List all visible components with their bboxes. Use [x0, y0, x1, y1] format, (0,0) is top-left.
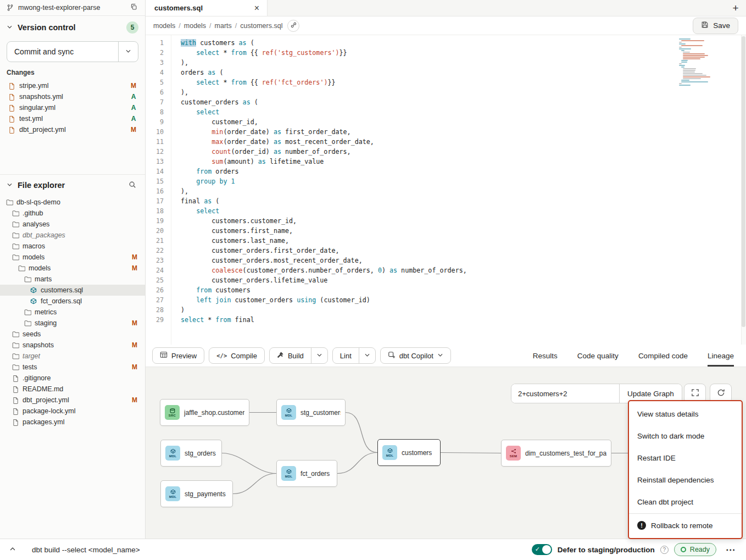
tree-item-readme-md[interactable]: README.md [0, 384, 145, 395]
breadcrumb-item-customers-sql[interactable]: customers.sql [240, 22, 282, 30]
git-status-badge: M [131, 319, 138, 327]
tree-item-seeds[interactable]: seeds [0, 329, 145, 340]
folder-icon [24, 276, 31, 282]
file-explorer-title: File explorer [18, 181, 121, 190]
editor-minimap[interactable] [679, 38, 710, 86]
version-control-title: Version control [18, 23, 121, 32]
expand-command-panel-button[interactable] [7, 544, 19, 556]
commit-options-button[interactable] [118, 42, 138, 62]
lint-button[interactable]: Lint [333, 348, 359, 363]
changed-file-snapshots-yml[interactable]: snapshots.yml A [7, 91, 138, 102]
line-number: 23 [146, 256, 164, 265]
line-number: 4 [146, 68, 164, 77]
defer-toggle[interactable]: ✓ [532, 544, 552, 555]
code-editor[interactable]: 1234567891011121314151617181920212223242… [146, 35, 746, 345]
help-icon[interactable]: ? [660, 546, 669, 554]
menu-item-reinstall-dependencies[interactable]: Reinstall dependencies [629, 469, 742, 491]
tab-results[interactable]: Results [533, 345, 558, 367]
file-icon [8, 104, 15, 112]
tab-customers-sql[interactable]: customers.sql × [146, 0, 268, 16]
lineage-node-jaffle-shop-customers[interactable]: SRC jaffle_shop.customers [160, 399, 249, 426]
lineage-node-dim-customers-test-for-parse[interactable]: SEM dim_customers_test_for_parse [501, 440, 611, 467]
minimap-line [679, 65, 685, 66]
tree-item-fct-orders-sql[interactable]: fct_orders.sql [0, 296, 145, 307]
line-number: 12 [146, 147, 164, 157]
changed-file-dbt-project-yml[interactable]: dbt_project.yml M [7, 124, 138, 135]
build-options-button[interactable] [311, 348, 327, 363]
menu-item-rollback-to-remote[interactable]: ! Rollback to remote [629, 514, 742, 536]
tab-code-quality[interactable]: Code quality [577, 345, 619, 367]
editor-scrollbar[interactable] [741, 35, 746, 345]
changed-file-singular-yml[interactable]: singular.yml A [7, 102, 138, 113]
copy-branch-button[interactable] [127, 2, 140, 14]
save-button[interactable]: Save [693, 18, 738, 34]
breadcrumb-item-marts[interactable]: marts [215, 22, 232, 30]
close-icon[interactable]: × [254, 4, 259, 13]
minimap-line [683, 52, 690, 53]
version-control-header[interactable]: Version control 5 [7, 17, 138, 38]
tree-item-dbt-packages[interactable]: dbt_packages [0, 230, 145, 241]
preview-button[interactable]: Preview [152, 347, 204, 364]
build-button[interactable]: Build [270, 348, 311, 363]
tree-item-package-lock-yml[interactable]: package-lock.yml [0, 406, 145, 417]
breadcrumb-item-models[interactable]: models [153, 22, 175, 30]
more-options-button[interactable]: ⋯ [722, 543, 739, 556]
file-explorer-header[interactable]: File explorer [0, 175, 145, 196]
scrollbar-thumb[interactable] [742, 36, 745, 327]
file-icon [12, 419, 19, 426]
commit-and-sync-label[interactable]: Commit and sync [7, 42, 118, 62]
tree-item-snapshots[interactable]: snapshots M [0, 340, 145, 351]
tree-item-customers-sql[interactable]: customers.sql [0, 285, 145, 296]
changed-file-test-yml[interactable]: test.yml A [7, 113, 138, 124]
breadcrumb-item-models[interactable]: models [184, 22, 206, 30]
menu-item-restart-ide[interactable]: Restart IDE [629, 447, 742, 469]
lineage-node-stg-payments[interactable]: MDL stg_payments [160, 480, 233, 507]
new-tab-button[interactable]: + [725, 0, 746, 16]
tree-item-github[interactable]: .github [0, 208, 145, 219]
code-line: group by 1 [181, 176, 746, 186]
tree-item-macros[interactable]: macros [0, 241, 145, 252]
tab-compiled-code[interactable]: Compiled code [638, 345, 688, 367]
tree-item-marts[interactable]: marts [0, 274, 145, 285]
save-label: Save [713, 21, 730, 30]
tree-item-tests[interactable]: tests M [0, 362, 145, 373]
changed-file-stripe-yml[interactable]: stripe.yml M [7, 80, 138, 91]
menu-item-switch-to-dark-mode[interactable]: Switch to dark mode [629, 425, 742, 447]
minimap-line [681, 45, 703, 46]
status-ready-badge[interactable]: Ready [674, 543, 716, 556]
lineage-node-stg-customers[interactable]: MDL stg_customers [276, 399, 346, 426]
file-icon [12, 386, 19, 393]
tree-item-analyses[interactable]: analyses [0, 219, 145, 230]
tree-item-db-sl-qs-demo[interactable]: db-sl-qs-demo [0, 197, 145, 208]
tree-item-models[interactable]: models M [0, 252, 145, 263]
tree-item-models[interactable]: models M [0, 263, 145, 274]
line-number: 26 [146, 285, 164, 295]
menu-item-clean-dbt-project[interactable]: Clean dbt project [629, 491, 742, 513]
minimap-line [683, 68, 696, 69]
compile-button[interactable]: </> Compile [209, 347, 265, 364]
code-area[interactable]: with customers as ( select * from {{ ref… [171, 35, 746, 345]
command-text[interactable]: dbt build --select <model_name> [32, 546, 140, 554]
mdl-node-icon: MDL [382, 445, 397, 460]
link-icon [291, 21, 297, 30]
lint-options-button[interactable] [359, 348, 375, 363]
menu-item-view-status-details[interactable]: View status details [629, 403, 742, 425]
tree-item-metrics[interactable]: metrics [0, 307, 145, 318]
code-line: customers.last_name, [181, 236, 746, 246]
breadcrumb-bar: models/models/marts/customers.sql Save [146, 16, 746, 35]
code-icon: </> [216, 352, 227, 359]
tree-item-packages-yml[interactable]: packages.yml [0, 417, 145, 428]
file-search-button[interactable] [126, 179, 138, 191]
tree-item-gitignore[interactable]: .gitignore [0, 373, 145, 384]
tree-item-dbt-project-yml[interactable]: dbt_project.yml M [0, 395, 145, 406]
lineage-node-fct-orders[interactable]: MDL fct_orders [276, 460, 337, 487]
tree-item-target[interactable]: target [0, 351, 145, 362]
commit-and-sync-button[interactable]: Commit and sync [7, 41, 138, 62]
open-lineage-link-button[interactable] [287, 20, 299, 32]
lineage-node-customers[interactable]: MDL customers [377, 439, 441, 466]
dbt-copilot-button[interactable]: dbt Copilot [380, 347, 451, 364]
lineage-selector-input[interactable] [511, 384, 619, 403]
tab-lineage[interactable]: Lineage [708, 345, 734, 367]
lineage-node-stg-orders[interactable]: MDL stg_orders [160, 440, 222, 467]
tree-item-staging[interactable]: staging M [0, 318, 145, 329]
